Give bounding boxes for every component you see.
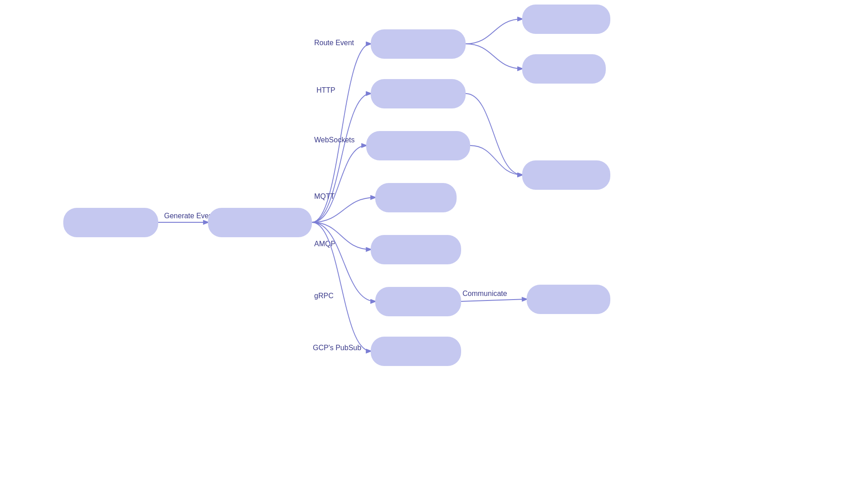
realtime-dashboard-node [366,131,470,160]
event-producers-node [63,208,158,237]
iot-devices-node [375,183,457,212]
svg-text:AMQP: AMQP [314,240,335,248]
svg-text:Generate Event: Generate Event [164,212,215,220]
react-to-event-node [522,5,610,34]
svg-text:MQTT: MQTT [314,192,335,200]
svg-text:HTTP: HTTP [316,86,335,94]
svg-text:gRPC: gRPC [314,292,334,300]
manage-events-node [371,337,461,366]
svg-text:GCP's PubSub: GCP's PubSub [313,344,361,352]
web-application-node [371,79,466,108]
message-queue-node [371,235,461,264]
event-router-node [208,208,312,237]
microservices-node [375,287,461,316]
event-consumers-node [371,29,466,59]
perform-action-node [522,160,610,190]
svg-text:Communicate: Communicate [462,290,507,297]
grpc-clients-node [527,285,610,314]
svg-text:Route Event: Route Event [314,39,354,47]
process-data-node [522,54,606,84]
svg-text:WebSockets: WebSockets [314,136,355,144]
